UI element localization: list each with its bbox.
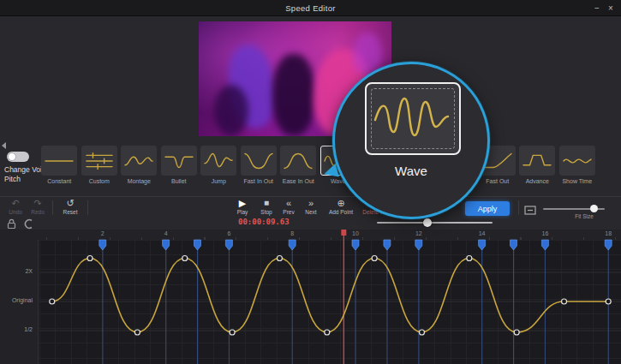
play-button[interactable]: ▶ Play (231, 199, 254, 216)
current-time: 00:00:09.63 (238, 218, 290, 226)
prev-button[interactable]: « Prev (278, 199, 300, 216)
ruler-tick-14: 14 (479, 230, 486, 236)
play-icon: ▶ (231, 199, 254, 209)
preset-curve-icon (121, 146, 157, 176)
ruler-tick-16: 16 (541, 230, 548, 236)
preset-curve-icon (41, 146, 77, 176)
undo-button[interactable]: ↶ Undo (3, 199, 27, 216)
ruler-tick-18: 18 (605, 230, 612, 236)
preset-jump[interactable]: Jump (199, 146, 239, 190)
preset-fast-in-out[interactable]: Fast In Out (239, 146, 279, 190)
preset-curve-icon (200, 146, 236, 176)
magnifier-callout: Wave (332, 62, 490, 219)
ruler-tick-10: 10 (352, 230, 359, 236)
stop-button[interactable]: ■ Stop (255, 199, 278, 216)
minimize-icon[interactable]: − (590, 3, 604, 13)
speed-axis: 2X Original 1/2 (0, 240, 39, 364)
ruler-tick-6: 6 (227, 230, 230, 236)
preset-ease-in-out[interactable]: Ease In Out (278, 146, 319, 190)
titlebar: Speed Editor − × (0, 0, 621, 16)
preset-bullet[interactable]: Bullet (159, 146, 200, 190)
magnifier-label: Wave (335, 164, 487, 178)
toolbar-divider (52, 200, 53, 215)
apply-button[interactable]: Apply (465, 201, 510, 216)
toolbar-divider (87, 200, 88, 215)
preset-curve-icon (519, 146, 555, 176)
undo-icon: ↶ (3, 199, 27, 209)
axis-label-original: Original (12, 297, 33, 303)
fit-size-label: Fit Size (558, 213, 610, 219)
preset-label: Bullet (159, 178, 200, 184)
preset-label: Ease In Out (278, 178, 319, 184)
close-icon[interactable]: × (604, 3, 618, 13)
add-point-icon: ⊕ (324, 199, 358, 209)
preset-montage[interactable]: Montage (119, 146, 159, 190)
dancer-figure (272, 54, 315, 136)
speed-editor-window: Speed Editor − × Change Voice Pitch Cons… (0, 0, 621, 364)
window-title: Speed Editor (0, 3, 621, 13)
preset-label: Custom (80, 178, 120, 184)
next-button[interactable]: » Next (300, 199, 322, 216)
reset-button[interactable]: ↺ Reset (57, 199, 84, 216)
dancer-figure (214, 85, 248, 136)
preset-label: Fast In Out (239, 178, 279, 184)
preset-custom[interactable]: Custom (80, 146, 120, 190)
axis-label-2x: 2X (25, 268, 33, 274)
add-point-button[interactable]: ⊕ Add Point (324, 199, 358, 216)
preset-label: Fast Out (478, 178, 518, 184)
prev-icon: « (278, 199, 300, 209)
preset-curve-icon (81, 146, 117, 176)
voice-pitch-toggle[interactable] (7, 152, 29, 162)
collapse-arrow-icon[interactable] (2, 142, 6, 149)
ruler-tick-4: 4 (164, 230, 168, 236)
toggle-knob (8, 152, 16, 161)
redo-button[interactable]: ↷ Redo (26, 199, 50, 216)
preset-curve-icon (241, 146, 277, 176)
preset-curve-icon (161, 146, 197, 176)
curve-editor-canvas[interactable] (39, 240, 621, 364)
magnified-wave-preset (365, 82, 461, 155)
reset-icon: ↺ (57, 199, 84, 209)
preset-label: Jump (199, 178, 239, 184)
preset-label: Constant (39, 178, 80, 184)
ruler-tick-12: 12 (415, 230, 422, 236)
preset-label: Show Time (558, 178, 598, 184)
preset-curve-icon (559, 146, 595, 176)
preview-slider-knob[interactable] (423, 218, 432, 227)
preset-label: Advance (517, 178, 558, 184)
preset-label: Montage (119, 178, 159, 184)
ruler-tick-2: 2 (101, 230, 104, 236)
preset-advance[interactable]: Advance (517, 146, 558, 190)
fit-size-icon[interactable] (524, 203, 536, 218)
preset-curve-icon (280, 146, 316, 176)
toolbar-divider (518, 200, 519, 215)
ruler-tick-8: 8 (290, 230, 294, 236)
redo-icon: ↷ (26, 199, 50, 209)
preset-show-time[interactable]: Show Time (558, 146, 598, 190)
next-icon: » (300, 199, 322, 209)
fit-size-slider-knob[interactable] (590, 205, 598, 212)
axis-label-half: 1/2 (24, 326, 33, 332)
preview-slider[interactable] (377, 222, 493, 224)
stop-icon: ■ (255, 199, 278, 209)
preset-constant[interactable]: Constant (39, 146, 80, 190)
